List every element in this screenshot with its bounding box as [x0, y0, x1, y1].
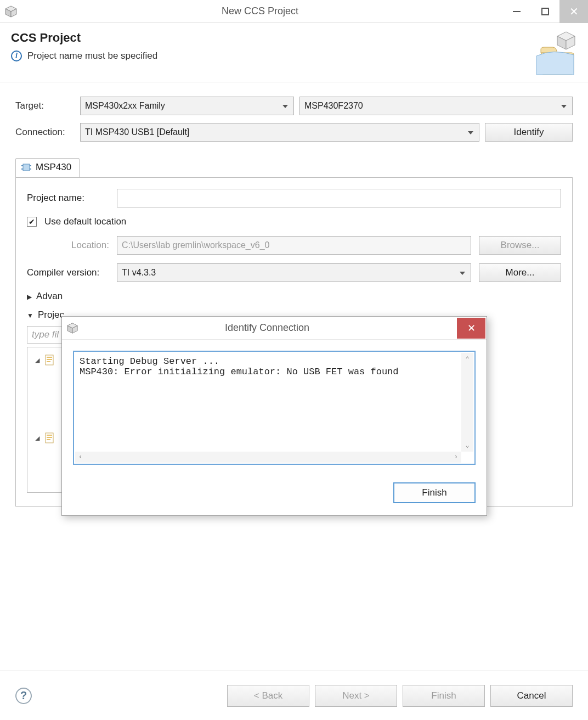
dialog-titlebar: Identify Connection ✕	[62, 317, 487, 340]
svg-rect-15	[47, 361, 50, 362]
compiler-dropdown[interactable]: TI v4.3.3	[117, 263, 471, 282]
document-icon	[44, 354, 56, 366]
scroll-left-icon: ‹	[78, 453, 82, 461]
svg-rect-18	[47, 437, 52, 438]
target-label: Target:	[15, 100, 75, 111]
dialog-finish-button[interactable]: Finish	[393, 482, 476, 503]
device-tabbar: MSP430	[15, 158, 573, 177]
banner-heading: CCS Project	[11, 31, 577, 45]
scroll-up-icon: ⌃	[465, 353, 469, 363]
cancel-button[interactable]: Cancel	[490, 685, 573, 707]
scroll-right-icon: ›	[454, 453, 458, 461]
svg-rect-10	[30, 165, 31, 166]
scroll-down-icon: ⌄	[465, 441, 469, 452]
window-maximize-button[interactable]	[531, 0, 559, 23]
tab-label: MSP430	[36, 162, 71, 173]
window-title: New CCS Project	[18, 5, 502, 17]
svg-rect-11	[30, 168, 31, 170]
identify-button[interactable]: Identify	[485, 123, 573, 142]
default-location-label: Use default location	[44, 216, 126, 227]
info-icon: i	[11, 50, 22, 61]
identify-connection-dialog: Identify Connection ✕ Starting Debug Ser…	[61, 316, 487, 516]
location-label: Location:	[27, 240, 109, 251]
window-close-button[interactable]: ✕	[559, 0, 588, 23]
banner-message: Project name must be specified	[27, 50, 157, 61]
back-button: < Back	[227, 685, 309, 707]
advanced-expander[interactable]: Advan	[27, 291, 561, 302]
target-family-dropdown[interactable]: MSP430x2xx Family	[80, 97, 294, 115]
wizard-banner: CCS Project i Project name must be speci…	[0, 23, 588, 82]
more-button[interactable]: More...	[479, 263, 561, 282]
svg-rect-14	[47, 359, 52, 360]
app-icon	[4, 5, 18, 18]
wizard-footer: ? < Back Next > Finish Cancel	[0, 671, 588, 720]
default-location-checkbox[interactable]: ✔	[27, 217, 37, 227]
svg-rect-7	[23, 164, 30, 171]
svg-rect-13	[47, 357, 52, 358]
window-titlebar: New CCS Project ✕	[0, 0, 588, 23]
console-vscrollbar[interactable]: ⌃ ⌄	[461, 353, 473, 452]
target-device-dropdown[interactable]: MSP430F2370	[299, 97, 573, 115]
svg-rect-9	[21, 168, 23, 170]
tab-msp430[interactable]: MSP430	[15, 158, 80, 177]
location-input: C:\Users\lab gremlin\workspace_v6_0	[117, 236, 471, 255]
dialog-close-button[interactable]: ✕	[457, 318, 485, 339]
project-name-input[interactable]	[117, 189, 561, 207]
chevron-right-icon	[27, 291, 32, 302]
browse-button: Browse...	[479, 236, 561, 255]
finish-button: Finish	[403, 685, 485, 707]
svg-rect-19	[47, 439, 50, 440]
compiler-label: Compiler version:	[27, 267, 109, 278]
window-minimize-button[interactable]	[502, 0, 531, 23]
console-hscrollbar[interactable]: ‹ ›	[75, 452, 461, 463]
help-icon[interactable]: ?	[15, 688, 32, 704]
svg-rect-8	[21, 165, 23, 166]
chevron-down-icon	[27, 310, 33, 320]
tree-collapse-icon: ◢	[35, 435, 39, 442]
dialog-title: Identify Connection	[78, 322, 456, 334]
document-icon	[44, 432, 56, 444]
dialog-app-icon	[66, 322, 78, 334]
chip-icon	[21, 162, 31, 172]
console-output[interactable]: Starting Debug Server ... MSP430: Error …	[73, 351, 476, 465]
connection-dropdown[interactable]: TI MSP430 USB1 [Default]	[80, 123, 479, 142]
tree-collapse-icon: ◢	[35, 357, 39, 364]
next-button: Next >	[315, 685, 397, 707]
connection-label: Connection:	[15, 127, 75, 138]
project-name-label: Project name:	[27, 193, 109, 204]
banner-decor-icon	[525, 29, 580, 81]
svg-rect-17	[47, 435, 52, 436]
